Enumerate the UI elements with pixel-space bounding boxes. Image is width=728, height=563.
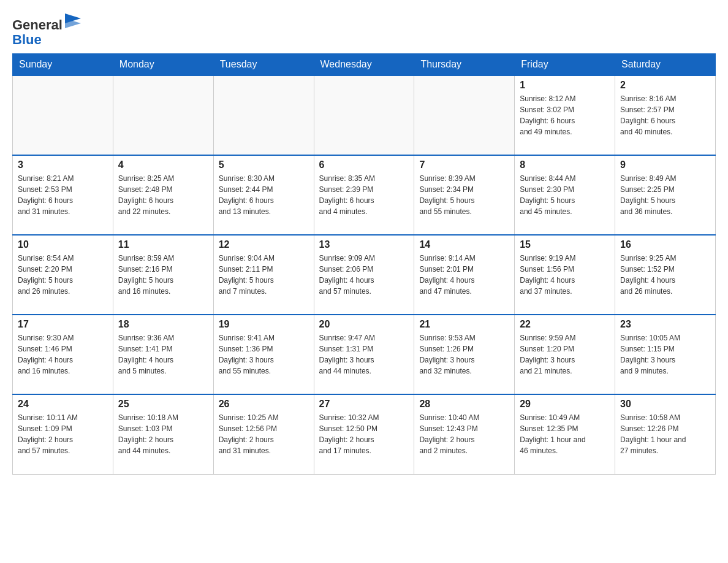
day-number: 18 (118, 319, 208, 330)
day-info: Sunrise: 8:16 AM Sunset: 2:57 PM Dayligh… (620, 93, 710, 137)
calendar-cell: 26Sunrise: 10:25 AM Sunset: 12:56 PM Day… (213, 394, 314, 474)
day-number: 14 (419, 239, 509, 250)
day-info: Sunrise: 8:30 AM Sunset: 2:44 PM Dayligh… (219, 173, 309, 217)
calendar-cell: 21Sunrise: 9:53 AM Sunset: 1:26 PM Dayli… (414, 315, 515, 394)
day-number: 16 (620, 239, 710, 250)
calendar-cell (414, 75, 515, 155)
calendar-week-row: 3Sunrise: 8:21 AM Sunset: 2:53 PM Daylig… (13, 155, 716, 235)
calendar-week-row: 1Sunrise: 8:12 AM Sunset: 3:02 PM Daylig… (13, 75, 716, 155)
calendar-table: SundayMondayTuesdayWednesdayThursdayFrid… (12, 53, 716, 475)
day-info: Sunrise: 9:41 AM Sunset: 1:36 PM Dayligh… (219, 332, 309, 377)
calendar-cell: 29Sunrise: 10:49 AM Sunset: 12:35 PM Day… (515, 394, 615, 474)
day-number: 19 (219, 319, 309, 330)
day-number: 3 (18, 159, 108, 170)
day-info: Sunrise: 9:25 AM Sunset: 1:52 PM Dayligh… (620, 253, 710, 297)
day-number: 1 (520, 80, 610, 91)
day-info: Sunrise: 10:40 AM Sunset: 12:43 PM Dayli… (419, 412, 509, 456)
day-number: 12 (219, 239, 309, 250)
calendar-cell: 11Sunrise: 8:59 AM Sunset: 2:16 PM Dayli… (113, 235, 213, 315)
day-number: 24 (18, 399, 108, 410)
day-number: 11 (118, 239, 208, 250)
day-info: Sunrise: 8:35 AM Sunset: 2:39 PM Dayligh… (319, 173, 409, 217)
calendar-cell: 19Sunrise: 9:41 AM Sunset: 1:36 PM Dayli… (213, 315, 314, 394)
day-info: Sunrise: 9:30 AM Sunset: 1:46 PM Dayligh… (18, 332, 108, 377)
calendar-week-row: 24Sunrise: 10:11 AM Sunset: 1:09 PM Dayl… (13, 394, 716, 474)
day-info: Sunrise: 10:32 AM Sunset: 12:50 PM Dayli… (319, 412, 409, 456)
day-info: Sunrise: 9:47 AM Sunset: 1:31 PM Dayligh… (319, 332, 409, 377)
day-info: Sunrise: 8:44 AM Sunset: 2:30 PM Dayligh… (520, 173, 610, 217)
day-number: 25 (118, 399, 208, 410)
day-info: Sunrise: 10:49 AM Sunset: 12:35 PM Dayli… (520, 412, 610, 456)
calendar-cell: 17Sunrise: 9:30 AM Sunset: 1:46 PM Dayli… (13, 315, 113, 394)
calendar-cell: 8Sunrise: 8:44 AM Sunset: 2:30 PM Daylig… (515, 155, 615, 235)
weekday-header-wednesday: Wednesday (314, 54, 414, 76)
day-number: 27 (319, 399, 409, 410)
day-number: 29 (520, 399, 610, 410)
day-number: 4 (118, 159, 208, 170)
day-info: Sunrise: 8:54 AM Sunset: 2:20 PM Dayligh… (18, 253, 108, 297)
day-info: Sunrise: 8:25 AM Sunset: 2:48 PM Dayligh… (118, 173, 208, 217)
weekday-header-row: SundayMondayTuesdayWednesdayThursdayFrid… (13, 54, 716, 76)
day-info: Sunrise: 8:39 AM Sunset: 2:34 PM Dayligh… (419, 173, 509, 217)
logo-text: General Blue (12, 12, 83, 47)
calendar-cell: 20Sunrise: 9:47 AM Sunset: 1:31 PM Dayli… (314, 315, 414, 394)
day-info: Sunrise: 9:14 AM Sunset: 2:01 PM Dayligh… (419, 253, 509, 297)
calendar-cell: 30Sunrise: 10:58 AM Sunset: 12:26 PM Day… (615, 394, 716, 474)
day-info: Sunrise: 9:04 AM Sunset: 2:11 PM Dayligh… (219, 253, 309, 297)
calendar-cell: 25Sunrise: 10:18 AM Sunset: 1:03 PM Dayl… (113, 394, 213, 474)
calendar-cell: 6Sunrise: 8:35 AM Sunset: 2:39 PM Daylig… (314, 155, 414, 235)
day-number: 30 (620, 399, 710, 410)
day-number: 22 (520, 319, 610, 330)
day-number: 28 (419, 399, 509, 410)
weekday-header-thursday: Thursday (414, 54, 515, 76)
calendar-cell: 14Sunrise: 9:14 AM Sunset: 2:01 PM Dayli… (414, 235, 515, 315)
logo-flag-icon (64, 12, 83, 29)
calendar-cell: 15Sunrise: 9:19 AM Sunset: 1:56 PM Dayli… (515, 235, 615, 315)
day-number: 7 (419, 159, 509, 170)
day-number: 26 (219, 399, 309, 410)
calendar-cell: 27Sunrise: 10:32 AM Sunset: 12:50 PM Day… (314, 394, 414, 474)
calendar-cell: 1Sunrise: 8:12 AM Sunset: 3:02 PM Daylig… (515, 75, 615, 155)
calendar-cell (314, 75, 414, 155)
day-number: 23 (620, 319, 710, 330)
day-info: Sunrise: 8:49 AM Sunset: 2:25 PM Dayligh… (620, 173, 710, 217)
calendar-cell: 10Sunrise: 8:54 AM Sunset: 2:20 PM Dayli… (13, 235, 113, 315)
calendar-cell: 24Sunrise: 10:11 AM Sunset: 1:09 PM Dayl… (13, 394, 113, 474)
calendar-cell (213, 75, 314, 155)
calendar-cell: 22Sunrise: 9:59 AM Sunset: 1:20 PM Dayli… (515, 315, 615, 394)
calendar-cell: 9Sunrise: 8:49 AM Sunset: 2:25 PM Daylig… (615, 155, 716, 235)
calendar-cell: 7Sunrise: 8:39 AM Sunset: 2:34 PM Daylig… (414, 155, 515, 235)
calendar-cell (113, 75, 213, 155)
day-number: 5 (219, 159, 309, 170)
weekday-header-tuesday: Tuesday (213, 54, 314, 76)
day-number: 17 (18, 319, 108, 330)
day-info: Sunrise: 9:19 AM Sunset: 1:56 PM Dayligh… (520, 253, 610, 297)
day-info: Sunrise: 10:05 AM Sunset: 1:15 PM Daylig… (620, 332, 710, 377)
day-info: Sunrise: 8:59 AM Sunset: 2:16 PM Dayligh… (118, 253, 208, 297)
calendar-cell (13, 75, 113, 155)
calendar-cell: 4Sunrise: 8:25 AM Sunset: 2:48 PM Daylig… (113, 155, 213, 235)
day-info: Sunrise: 9:09 AM Sunset: 2:06 PM Dayligh… (319, 253, 409, 297)
day-number: 9 (620, 159, 710, 170)
day-info: Sunrise: 9:53 AM Sunset: 1:26 PM Dayligh… (419, 332, 509, 377)
calendar-week-row: 10Sunrise: 8:54 AM Sunset: 2:20 PM Dayli… (13, 235, 716, 315)
day-info: Sunrise: 8:21 AM Sunset: 2:53 PM Dayligh… (18, 173, 108, 217)
day-number: 10 (18, 239, 108, 250)
weekday-header-monday: Monday (113, 54, 213, 76)
calendar-cell: 28Sunrise: 10:40 AM Sunset: 12:43 PM Day… (414, 394, 515, 474)
weekday-header-friday: Friday (515, 54, 615, 76)
day-number: 21 (419, 319, 509, 330)
weekday-header-sunday: Sunday (13, 54, 113, 76)
day-info: Sunrise: 8:12 AM Sunset: 3:02 PM Dayligh… (520, 93, 610, 137)
calendar-cell: 18Sunrise: 9:36 AM Sunset: 1:41 PM Dayli… (113, 315, 213, 394)
day-info: Sunrise: 9:36 AM Sunset: 1:41 PM Dayligh… (118, 332, 208, 377)
calendar-cell: 13Sunrise: 9:09 AM Sunset: 2:06 PM Dayli… (314, 235, 414, 315)
day-number: 13 (319, 239, 409, 250)
day-number: 20 (319, 319, 409, 330)
calendar-cell: 16Sunrise: 9:25 AM Sunset: 1:52 PM Dayli… (615, 235, 716, 315)
calendar-cell: 3Sunrise: 8:21 AM Sunset: 2:53 PM Daylig… (13, 155, 113, 235)
day-info: Sunrise: 10:11 AM Sunset: 1:09 PM Daylig… (18, 412, 108, 456)
calendar-cell: 2Sunrise: 8:16 AM Sunset: 2:57 PM Daylig… (615, 75, 716, 155)
calendar-cell: 23Sunrise: 10:05 AM Sunset: 1:15 PM Dayl… (615, 315, 716, 394)
page-header: General Blue (12, 12, 716, 47)
